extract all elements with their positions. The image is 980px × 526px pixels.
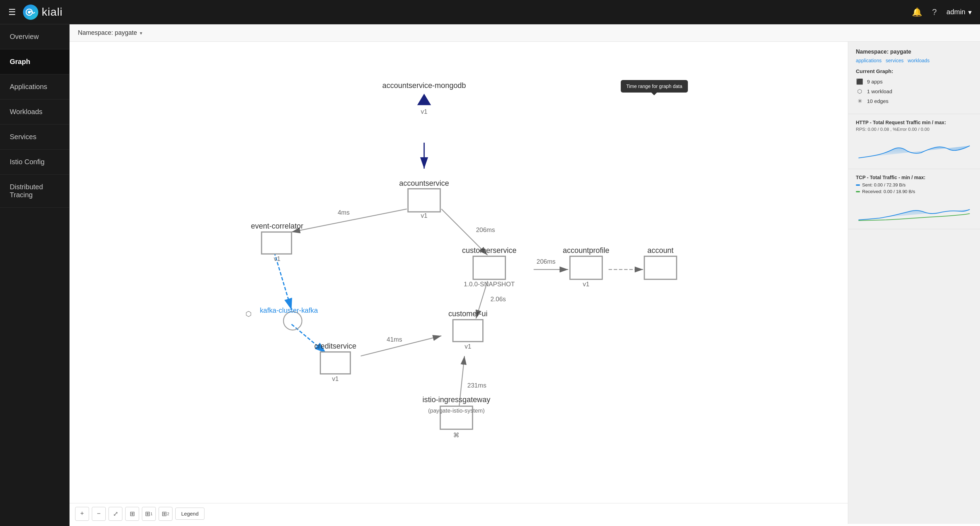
node-customerui-version: v1 xyxy=(465,343,471,350)
sidebar-item-applications[interactable]: Applications xyxy=(0,75,69,99)
sidebar-item-label: Graph xyxy=(10,58,30,66)
edge-label-231ms: 231ms xyxy=(468,382,487,389)
namespace-selector[interactable]: Namespace: paygate ▾ xyxy=(78,29,142,37)
node-ingressgw-key: ⌘ xyxy=(453,431,460,439)
node-mongodb-version: v1 xyxy=(421,108,427,115)
sidebar-item-istio-config[interactable]: Istio Config xyxy=(0,150,69,175)
tcp-chart xyxy=(856,196,972,223)
http-chart-section: HTTP - Total Request Traffic min / max: … xyxy=(848,114,980,169)
http-chart xyxy=(856,135,972,163)
edge-label-206ms-3: 2.06s xyxy=(490,295,506,303)
rp-links: applications , services , workloads xyxy=(856,58,972,63)
rp-workloads-link[interactable]: workloads xyxy=(908,58,929,63)
node-account-label: account xyxy=(647,246,673,255)
node-customerui-rect[interactable] xyxy=(453,320,483,342)
http-chart-line xyxy=(859,146,970,158)
sidebar-item-distributed-tracing[interactable]: Distributed Tracing xyxy=(0,175,69,208)
tcp-chart-title: TCP - Total Traffic - min / max: xyxy=(856,175,972,180)
tcp-sent-legend: Sent: 0.00 / 72.39 B/s xyxy=(856,182,972,188)
help-icon[interactable]: ? xyxy=(932,7,937,17)
rp-edges-stat: ✳ 10 edges xyxy=(856,97,972,105)
user-menu[interactable]: admin ▾ xyxy=(947,8,972,16)
http-chart-subtitle: RPS: 0.00 / 0.08 , %Error 0.00 / 0.00 xyxy=(856,127,972,132)
fit-button[interactable]: ⤢ xyxy=(108,507,123,521)
node-accountservice-version: v1 xyxy=(421,212,427,219)
node-account-rect[interactable] xyxy=(644,257,677,279)
layout3-icon: ⊞ xyxy=(162,510,167,518)
node-creditservice-label: creditservice xyxy=(314,342,356,350)
zoom-out-icon: − xyxy=(97,510,101,517)
sidebar-item-label: Distributed Tracing xyxy=(10,183,59,199)
graph-area: Graph ? 2 8:33:38 Time range for graph d… xyxy=(70,42,848,524)
rp-workloads-count: 1 workload xyxy=(867,88,892,94)
tcp-sent-dot xyxy=(856,184,860,186)
rp-edges-count: 10 edges xyxy=(867,98,889,104)
http-chart-title: HTTP - Total Request Traffic min / max: xyxy=(856,120,972,125)
workloads-icon: ⬡ xyxy=(856,87,864,95)
sidebar-item-overview[interactable]: Overview xyxy=(0,24,69,49)
tcp-received-dot xyxy=(856,191,860,192)
layout2-button[interactable]: ⊞ 1 xyxy=(142,507,156,521)
navbar-right: 🔔 ? admin ▾ xyxy=(912,7,972,17)
rp-services-link[interactable]: services xyxy=(886,58,904,63)
node-eventcorrelator-label: event-correlator xyxy=(251,222,303,230)
rp-apps-stat: ⬛ 9 apps xyxy=(856,78,972,85)
node-accountprofile-rect[interactable] xyxy=(570,257,602,279)
content-area: Graph ? 2 8:33:38 Time range for graph d… xyxy=(70,42,980,524)
rp-applications-link[interactable]: applications xyxy=(856,58,881,63)
sidebar-item-services[interactable]: Services xyxy=(0,124,69,150)
http-chart-svg xyxy=(856,135,972,163)
node-kafka-label: kafka-cluster-kafka xyxy=(260,306,318,314)
apps-icon: ⬛ xyxy=(856,78,864,85)
tcp-received-label: Received: 0.00 / 18.90 B/s xyxy=(862,189,915,194)
sidebar-item-label: Workloads xyxy=(10,108,43,116)
node-accountservice-rect[interactable] xyxy=(408,189,440,212)
namespace-chevron: ▾ xyxy=(140,30,142,36)
header-bar: Namespace: paygate ▾ xyxy=(70,24,980,42)
node-customerservice-version: 1.0.0-SNAPSHOT xyxy=(464,281,515,288)
zoom-in-icon: + xyxy=(80,510,84,517)
node-kafka-circle xyxy=(283,312,302,330)
node-ingressgw-sublabel: (paygate-istio-system) xyxy=(428,407,485,414)
notification-icon[interactable]: 🔔 xyxy=(912,7,922,17)
graph-controls-bottom: + − ⤢ ⊞ ⊞ 1 ⊞ 2 xyxy=(70,503,848,524)
layout3-label: 2 xyxy=(167,512,169,516)
zoom-in-button[interactable]: + xyxy=(75,507,89,521)
layout3-button[interactable]: ⊞ 2 xyxy=(159,507,172,521)
namespace-label: Namespace: paygate xyxy=(78,29,137,37)
zoom-out-button[interactable]: − xyxy=(92,507,106,521)
right-panel: Namespace: paygate applications , servic… xyxy=(848,42,980,524)
rp-namespace-value: paygate xyxy=(890,49,911,55)
node-creditservice-rect[interactable] xyxy=(320,352,350,374)
navbar: ☰ kiali 🔔 ? admin ▾ xyxy=(0,0,980,24)
legend-button[interactable]: Legend xyxy=(175,508,205,520)
node-customerservice-rect[interactable] xyxy=(473,257,505,279)
graph-svg: 4ms 206ms 206ms 2.06s xyxy=(70,42,848,503)
user-label: admin xyxy=(947,8,966,16)
sidebar-item-workloads[interactable]: Workloads xyxy=(0,99,69,124)
logo-text: kiali xyxy=(42,6,63,18)
menu-icon[interactable]: ☰ xyxy=(8,7,16,17)
node-customerservice-label: customerservice xyxy=(462,246,516,255)
logo: kiali xyxy=(23,5,63,20)
graph-canvas[interactable]: 4ms 206ms 206ms 2.06s xyxy=(70,42,848,503)
rp-current-graph-label: Current Graph: xyxy=(856,68,972,74)
layout1-button[interactable]: ⊞ xyxy=(125,507,139,521)
tcp-chart-legend: Sent: 0.00 / 72.39 B/s Received: 0.00 / … xyxy=(856,182,972,194)
logo-icon xyxy=(23,5,38,20)
node-accountprofile-label: accountprofile xyxy=(563,246,609,255)
time-range-tooltip: Time range for graph data xyxy=(621,80,688,92)
node-eventcorrelator-version: v1 xyxy=(274,255,280,262)
sidebar-item-label: Istio Config xyxy=(10,158,45,166)
rp-workloads-stat: ⬡ 1 workload xyxy=(856,87,972,95)
tcp-chart-section: TCP - Total Traffic - min / max: Sent: 0… xyxy=(848,169,980,229)
layout1-icon: ⊞ xyxy=(130,510,135,518)
edge-label-41ms: 41ms xyxy=(387,336,402,343)
node-kafka-label-icon: ⬡ xyxy=(245,310,251,318)
node-eventcorrelator-rect[interactable] xyxy=(261,232,291,254)
sidebar-item-graph[interactable]: Graph xyxy=(0,49,69,75)
edge-label-206ms: 206ms xyxy=(476,226,495,233)
node-accountprofile-version: v1 xyxy=(583,281,589,288)
node-creditservice-version: v1 xyxy=(332,375,339,383)
main-content: Namespace: paygate ▾ Graph ? 2 8:33:38 T… xyxy=(70,24,980,526)
